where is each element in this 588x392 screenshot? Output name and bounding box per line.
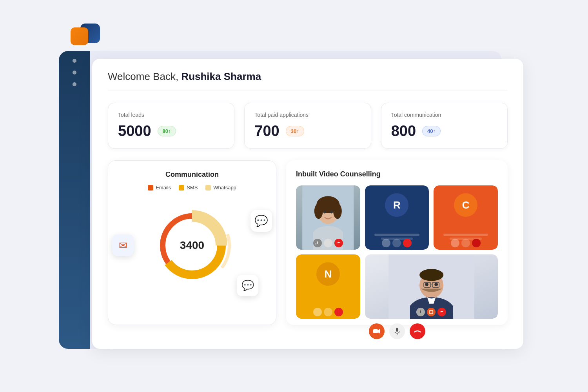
logo-orange xyxy=(71,27,88,45)
video-counselling-title: Inbuilt Video Counselling xyxy=(296,170,498,178)
video-controls-n xyxy=(313,308,343,316)
svg-point-11 xyxy=(330,211,333,214)
stat-number-leads: 5000 xyxy=(118,123,151,140)
stat-label-applications: Total paid applications xyxy=(254,112,361,118)
welcome-text: Welcome Back, Rushika Sharma xyxy=(108,71,261,82)
main-content: Welcome Back, Rushika Sharma Total leads… xyxy=(92,59,523,349)
whatsapp-icon: 💬 xyxy=(254,214,268,227)
avatar-circle-n: N xyxy=(316,262,340,286)
expand-btn-man[interactable] xyxy=(427,308,436,316)
photo-man xyxy=(365,254,498,319)
video-cell-5 xyxy=(365,254,498,319)
svg-marker-28 xyxy=(378,329,380,334)
svg-point-19 xyxy=(425,283,428,286)
svg-point-8 xyxy=(314,203,323,219)
stats-row: Total leads 5000 80↑ Total paid applicat… xyxy=(108,103,508,149)
svg-point-20 xyxy=(434,283,438,286)
video-cell-4: N xyxy=(296,254,360,319)
stat-label-communication: Total communication xyxy=(391,112,497,118)
communication-card: Communication Emails SMS Whatsapp xyxy=(108,160,276,325)
video-cell-3: C xyxy=(434,185,498,250)
cam-btn-n[interactable] xyxy=(324,308,332,316)
cam-btn-1[interactable] xyxy=(324,239,332,247)
end-btn-1[interactable] xyxy=(334,239,343,247)
video-controls-1 xyxy=(313,239,343,247)
legend-label-emails: Emails xyxy=(156,185,171,191)
video-controls-man xyxy=(416,308,446,316)
avatar-circle-r: R xyxy=(385,193,408,217)
microphone-button[interactable] xyxy=(389,323,405,339)
stat-badge-communication: 40↑ xyxy=(422,126,441,136)
welcome-prefix: Welcome Back, xyxy=(108,71,181,82)
end-call-button[interactable] xyxy=(410,323,425,339)
video-cell-1 xyxy=(296,185,360,250)
stat-number-applications: 700 xyxy=(254,123,279,140)
mute-btn-man[interactable] xyxy=(416,308,425,316)
cam-btn-c[interactable] xyxy=(461,239,470,247)
stat-label-leads: Total leads xyxy=(118,112,224,118)
end-btn-r[interactable] xyxy=(403,239,412,247)
mic-icon-1 xyxy=(316,241,319,245)
stat-badge-applications: 30↑ xyxy=(286,126,304,136)
video-counselling-card: Inbuilt Video Counselling xyxy=(286,160,508,325)
legend: Emails SMS Whatsapp xyxy=(118,185,266,191)
communication-title: Communication xyxy=(118,171,266,179)
legend-label-whatsapp: Whatsapp xyxy=(213,185,236,191)
stat-number-communication: 800 xyxy=(391,123,416,140)
legend-dot-sms xyxy=(179,185,184,191)
legend-dot-emails xyxy=(148,185,153,191)
sidebar xyxy=(59,51,90,349)
mute-btn-c[interactable] xyxy=(451,239,459,247)
stat-value-row-leads: 5000 80↑ xyxy=(118,123,224,140)
svg-point-18 xyxy=(419,269,443,281)
stat-value-row-communication: 800 40↑ xyxy=(391,123,497,140)
stat-card-leads: Total leads 5000 80↑ xyxy=(108,103,234,149)
end-btn-man[interactable] xyxy=(437,308,446,316)
video-cell-2: R xyxy=(365,185,429,250)
mute-btn-n[interactable] xyxy=(313,308,322,316)
photo-woman xyxy=(296,185,360,250)
legend-sms: SMS xyxy=(179,185,198,191)
donut-center-value: 3400 xyxy=(180,239,204,252)
camera-button[interactable] xyxy=(369,323,385,339)
email-icon: ✉ xyxy=(119,240,127,252)
legend-emails: Emails xyxy=(148,185,171,191)
svg-rect-29 xyxy=(396,328,398,332)
header: Welcome Back, Rushika Sharma xyxy=(108,71,508,91)
svg-rect-27 xyxy=(373,329,378,333)
outer-container: Welcome Back, Rushika Sharma Total leads… xyxy=(59,27,529,365)
avatar-c: C xyxy=(434,185,498,250)
video-controls-c xyxy=(451,239,481,247)
chat-float-icon: 💬 xyxy=(237,275,258,296)
cam-btn-r[interactable] xyxy=(392,239,401,247)
sidebar-dot-3 xyxy=(73,82,76,86)
email-float-icon: ✉ xyxy=(112,235,134,256)
mute-btn-r[interactable] xyxy=(382,239,390,247)
mute-btn-1[interactable] xyxy=(313,239,322,247)
svg-point-10 xyxy=(323,211,326,214)
stat-badge-leads: 80↑ xyxy=(158,126,176,136)
whatsapp-float-icon: 💬 xyxy=(250,210,272,232)
stat-card-applications: Total paid applications 700 30↑ xyxy=(244,103,371,149)
bottom-controls-bar xyxy=(296,323,498,339)
avatar-r-line1 xyxy=(374,234,419,236)
username: Rushika Sharma xyxy=(181,71,261,82)
end-icon-man xyxy=(440,310,444,314)
stat-card-communication: Total communication 800 40↑ xyxy=(381,103,508,149)
expand-icon-man xyxy=(429,310,433,314)
microphone-icon xyxy=(395,328,399,335)
svg-point-9 xyxy=(333,203,342,219)
legend-dot-whatsapp xyxy=(205,185,211,191)
stat-value-row-applications: 700 30↑ xyxy=(254,123,361,140)
logo-area xyxy=(71,27,88,45)
legend-label-sms: SMS xyxy=(187,185,198,191)
chat-icon: 💬 xyxy=(241,279,254,292)
avatar-c-line1 xyxy=(443,234,488,236)
video-grid: R xyxy=(296,185,498,319)
end-call-icon xyxy=(414,329,421,333)
sidebar-dot-1 xyxy=(73,59,76,63)
end-btn-c[interactable] xyxy=(472,239,481,247)
avatar-circle-c: C xyxy=(454,193,477,217)
end-btn-n[interactable] xyxy=(334,308,343,316)
camera-icon xyxy=(373,328,380,334)
